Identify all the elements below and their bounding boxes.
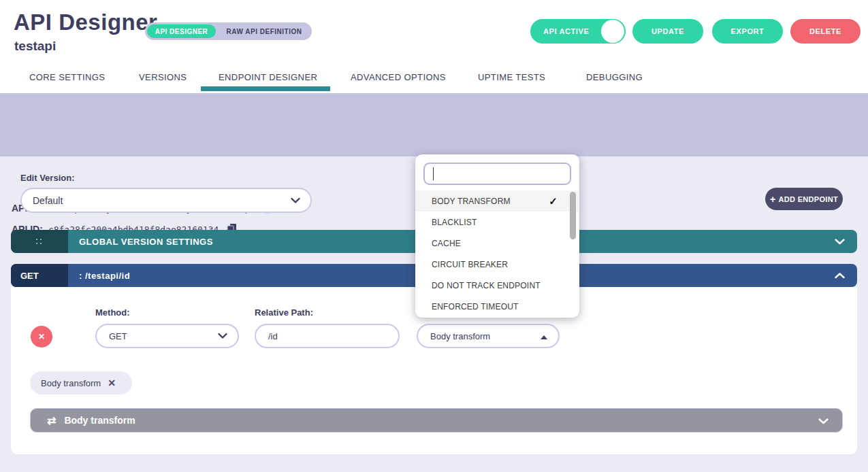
remove-plugin-icon[interactable]: ✕	[108, 377, 116, 388]
tab-debugging[interactable]: DEBUGGING	[586, 72, 643, 82]
plugin-option-body-transform[interactable]: BODY TRANSFORM ✓	[415, 190, 579, 212]
export-button[interactable]: EXPORT	[712, 19, 783, 44]
chevron-down-icon	[291, 197, 300, 203]
plugins-select[interactable]: Body transform	[417, 324, 560, 348]
plugin-option-label: CACHE	[432, 239, 461, 248]
api-active-label: API ACTIVE	[543, 27, 589, 35]
text-cursor	[433, 167, 434, 180]
plugin-option-label: BODY TRANSFORM	[432, 197, 511, 206]
delete-button[interactable]: DELETE	[790, 19, 861, 44]
tab-uptime-tests[interactable]: UPTIME TESTS	[478, 72, 545, 82]
method-label: Method:	[95, 307, 130, 318]
add-endpoint-label: ADD ENDPOINT	[779, 195, 838, 203]
endpoint-method-badge: GET	[11, 264, 68, 287]
plugin-option-label: CIRCUIT BREAKER	[432, 260, 508, 269]
body-transform-panel-bar[interactable]: ⇄ Body transform	[30, 408, 843, 433]
selected-plugin-tag: Body transform ✕	[30, 371, 132, 394]
active-tab-underline	[201, 86, 330, 91]
tab-core-settings[interactable]: CORE SETTINGS	[29, 72, 105, 82]
api-info-band: API URL: https://tyk123.cloudv2.tyk.io/t…	[0, 93, 868, 156]
main-nav: CORE SETTINGS VERSIONS ENDPOINT DESIGNER…	[0, 65, 868, 93]
method-select-value: GET	[109, 331, 127, 341]
plugin-option-list: BODY TRANSFORM ✓ BLACKLIST CACHE CIRCUIT…	[415, 190, 579, 318]
relative-path-input[interactable]	[255, 324, 400, 348]
dropdown-scrollbar-thumb[interactable]	[570, 192, 576, 239]
chevron-down-icon[interactable]	[835, 239, 845, 245]
triangle-up-icon	[541, 335, 547, 339]
api-name: testapi	[14, 39, 56, 54]
app-title: API Designer	[14, 10, 157, 35]
check-icon: ✓	[549, 195, 558, 207]
close-icon: ✕	[38, 332, 45, 341]
version-select-value: Default	[33, 195, 63, 206]
plugins-select-value: Body transform	[430, 331, 490, 341]
chevron-down-icon	[218, 333, 227, 339]
plugin-option-cache[interactable]: CACHE	[415, 233, 579, 254]
body-transform-panel-title: Body transform	[64, 415, 135, 426]
toggle-raw-api-definition[interactable]: RAW API DEFINITION	[220, 22, 308, 40]
relative-path-label: Relative Path:	[255, 307, 313, 318]
plugin-search-input[interactable]	[423, 163, 571, 185]
tab-advanced-options[interactable]: ADVANCED OPTIONS	[351, 72, 446, 82]
view-mode-toggle: API DESIGNER RAW API DEFINITION	[145, 22, 312, 40]
edit-version-label: Edit Version:	[20, 173, 74, 183]
plus-icon: +	[770, 194, 775, 205]
plugin-option-blacklist[interactable]: BLACKLIST	[415, 212, 579, 233]
method-select[interactable]: GET	[95, 324, 239, 348]
version-select[interactable]: Default	[20, 188, 312, 213]
plugin-tag-label: Body transform	[41, 378, 101, 388]
add-endpoint-button[interactable]: + ADD ENDPOINT	[765, 188, 843, 210]
plugin-option-circuit-breaker[interactable]: CIRCUIT BREAKER	[415, 254, 579, 275]
plugin-option-enforced-timeout[interactable]: ENFORCED TIMEOUT	[415, 296, 579, 317]
toggle-api-designer[interactable]: API DESIGNER	[147, 24, 216, 38]
chevron-down-icon[interactable]	[818, 418, 829, 424]
plugin-dropdown-panel: BODY TRANSFORM ✓ BLACKLIST CACHE CIRCUIT…	[415, 154, 579, 318]
update-button[interactable]: UPDATE	[632, 19, 703, 44]
remove-endpoint-button[interactable]: ✕	[31, 326, 52, 348]
transform-arrows-icon: ⇄	[47, 414, 56, 427]
api-active-toggle[interactable]: API ACTIVE	[530, 19, 626, 44]
global-version-settings-title: GLOBAL VERSION SETTINGS	[79, 230, 213, 253]
plugin-option-label: DO NOT TRACK ENDPOINT	[432, 281, 541, 290]
drag-handle-icon[interactable]: ∷	[11, 230, 68, 253]
plugin-option-do-not-track-endpoint[interactable]: DO NOT TRACK ENDPOINT	[415, 275, 579, 296]
toggle-knob-icon	[601, 20, 624, 43]
plugin-option-label: BLACKLIST	[432, 218, 477, 227]
chevron-up-icon[interactable]	[835, 273, 845, 279]
tab-endpoint-designer[interactable]: ENDPOINT DESIGNER	[219, 72, 317, 82]
tab-versions[interactable]: VERSIONS	[139, 72, 187, 82]
endpoint-path: : /testapi/id	[79, 264, 130, 287]
plugin-option-label: ENFORCED TIMEOUT	[432, 302, 519, 311]
